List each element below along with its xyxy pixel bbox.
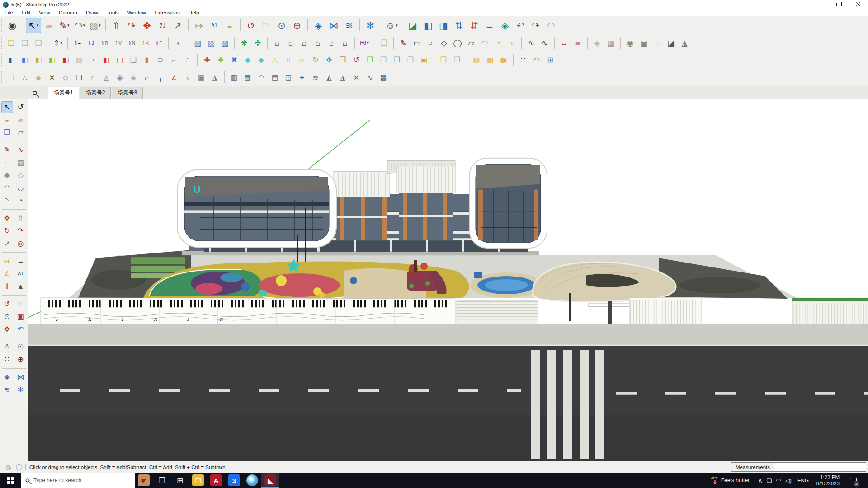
tri-left-icon[interactable]: ◭ (322, 70, 336, 84)
tape-measure-icon[interactable]: ↦ (191, 18, 207, 33)
scene-tab[interactable]: 场景号1 (48, 87, 79, 99)
swirl-tool-icon[interactable]: ◔ (86, 53, 99, 67)
striped-panel-icon[interactable]: ▤ (113, 53, 127, 67)
roof-hip-icon[interactable]: ⌂ (338, 36, 352, 50)
menu-camera[interactable]: Camera (59, 10, 77, 15)
dropdown-arrow-icon[interactable]: ▾ (99, 23, 101, 28)
menu-help[interactable]: Help (189, 10, 199, 15)
tos-polygon-icon[interactable]: ◇ (437, 36, 451, 50)
gold-panel-icon[interactable]: ▣ (417, 53, 431, 67)
curic-settings-icon[interactable]: ✻ (15, 384, 27, 396)
select-icon[interactable]: ↖▾ (26, 18, 41, 33)
split-face-icon[interactable]: ◨ (436, 18, 451, 33)
arc-points-icon[interactable]: ◠ (530, 53, 543, 67)
surface-sketch-icon[interactable]: ❐ (5, 70, 18, 84)
box-copy-icon[interactable]: ❐ (377, 53, 390, 67)
move-down-up-icon[interactable]: ⇵ (467, 18, 482, 33)
tile-white-icon[interactable]: ▦ (72, 53, 86, 67)
minimize-button[interactable] (808, 0, 828, 9)
credits-info-icon[interactable]: ⓘ (14, 463, 24, 472)
jpp-equal-icon[interactable]: ⇑= (71, 36, 84, 50)
pipe-joint-icon[interactable]: ⊃ (154, 53, 167, 67)
tos-arc-icon[interactable]: ◠ (478, 36, 491, 50)
green-boxes-icon[interactable]: ❐ (363, 53, 377, 67)
menu-file[interactable]: File (5, 10, 13, 15)
rectangle-icon[interactable]: ▱ (1, 157, 13, 169)
turn-compass-icon[interactable]: ⊕ (15, 354, 27, 366)
menu-extensions[interactable]: Extensions (155, 10, 180, 15)
tos-circle-mod-icon[interactable]: ◔ (491, 36, 505, 50)
sandbox-drape-icon[interactable]: ◌ (651, 36, 664, 50)
shell-icon[interactable]: ◖ (171, 36, 185, 50)
sphere-cut-icon[interactable]: ◉ (113, 70, 127, 84)
hoop-icon[interactable]: ∩ (282, 53, 295, 67)
flatten-face-icon[interactable]: ◧ (420, 18, 436, 33)
prism-lines-icon[interactable]: ◮ (208, 70, 222, 84)
tos-rectangle-icon[interactable]: ▭ (410, 36, 424, 50)
axis-cross-icon[interactable]: ✕ (45, 70, 59, 84)
browser-icon[interactable] (243, 473, 261, 488)
arc-icon[interactable]: ◠▾ (72, 18, 87, 33)
two-point-arc-icon[interactable]: ◡ (15, 182, 27, 194)
tos-ellipse-icon[interactable]: ◯ (451, 36, 464, 50)
cross-blue-icon[interactable]: ✖ (227, 53, 241, 67)
move-icon[interactable]: ✥ (139, 18, 155, 33)
taskbar-search[interactable]: Type here to search (21, 473, 135, 488)
jpp-follow-icon[interactable]: ⇑F (152, 36, 165, 50)
three-d-text-icon[interactable]: ▲ (15, 281, 27, 292)
terrain-mesh-icon[interactable]: ✣ (251, 36, 264, 50)
cross-mark-icon[interactable]: ✕ (349, 70, 363, 84)
sandbox-add-detail-icon[interactable]: ◪ (664, 36, 678, 50)
follow-me-icon[interactable]: ↷ (15, 225, 27, 237)
pan-icon[interactable]: ☞ (15, 298, 27, 310)
hatch-grid-icon[interactable]: ▩ (497, 53, 510, 67)
app-grid-icon[interactable]: ⊞ (171, 473, 189, 488)
terrain-contours-icon[interactable]: ❋ (237, 36, 251, 50)
three-point-arc-icon[interactable]: ◝ (1, 195, 13, 206)
menu-window[interactable]: Window (127, 10, 146, 15)
bend-forward-icon[interactable]: ↷ (528, 18, 543, 33)
slice-a-icon[interactable]: ▨ (191, 36, 204, 50)
house-builder-icon[interactable]: ⌂ (297, 36, 311, 50)
corner-round-icon[interactable]: ⌐ (140, 70, 154, 84)
scale-icon[interactable]: ↗ (1, 238, 13, 249)
dashed-polygon-icon[interactable]: ◇ (59, 70, 72, 84)
text-icon[interactable]: A1 (15, 268, 27, 280)
wood-block-icon[interactable]: ▮ (140, 53, 154, 67)
eraser-icon[interactable]: ▰ (41, 18, 57, 33)
fredo6-menu-icon[interactable]: F6▾ (358, 36, 371, 50)
angle-tool-icon[interactable]: ∠ (167, 70, 181, 84)
polygon-icon[interactable]: ◇ (15, 169, 27, 181)
taper-box-icon[interactable]: ◬ (99, 70, 113, 84)
file-explorer-icon[interactable]: ❒ (189, 473, 207, 488)
eraser-icon[interactable]: ▰ (15, 114, 27, 126)
notification-center[interactable]: 4 (845, 473, 861, 488)
flag-tool-icon[interactable]: ❏ (127, 53, 140, 67)
stack-layers-icon[interactable]: ≋ (341, 18, 357, 33)
zoom-extents-icon[interactable]: ✥ (1, 324, 13, 335)
grid-mesh-icon[interactable]: ▦ (241, 70, 255, 84)
fold-face-icon[interactable]: ◆ (32, 70, 45, 84)
tile-blue-icon[interactable]: ◧ (18, 53, 32, 67)
push-pull-icon[interactable]: ⇑ (108, 18, 124, 33)
sandbox-from-contours-icon[interactable]: ◈ (590, 36, 604, 50)
tray-tablet-icon[interactable]: ❏ (767, 477, 772, 484)
paint-bucket-icon[interactable]: ◒ (1, 114, 13, 126)
spark-point-icon[interactable]: ✦ (295, 70, 309, 84)
close-button[interactable] (848, 0, 868, 9)
hatch-cross-icon[interactable]: ▦ (483, 53, 497, 67)
tos-offset-icon[interactable]: ↔ (557, 36, 571, 50)
tos-eraser-icon[interactable]: ▰ (571, 36, 585, 50)
component-icon[interactable]: ❒ (1, 127, 13, 138)
zoom-selection-icon[interactable]: ◉ (5, 18, 20, 33)
follow-me-icon[interactable]: ↷ (124, 18, 139, 33)
cross-red-icon[interactable]: ✚ (200, 53, 214, 67)
sandbox-smoove-icon[interactable]: ◉ (623, 36, 637, 50)
orbit-icon[interactable]: ↺ (1, 298, 13, 310)
zoom-icon[interactable]: ⊙ (274, 18, 289, 33)
walk-icon[interactable]: ∷ (1, 354, 13, 366)
start-button[interactable] (0, 473, 21, 488)
stretch-diagonal-icon[interactable]: ↔ (482, 18, 497, 33)
weather-thermometer-icon[interactable] (713, 477, 717, 484)
dropdown-arrow-icon[interactable]: ▾ (367, 41, 369, 45)
